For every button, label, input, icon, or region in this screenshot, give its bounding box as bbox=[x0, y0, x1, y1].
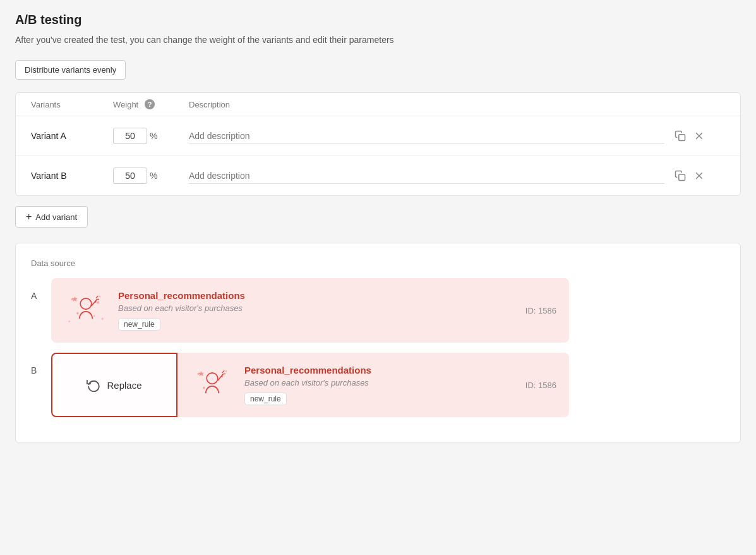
datasource-tag-b: new_rule bbox=[244, 393, 287, 405]
replace-icon bbox=[87, 378, 100, 392]
variant-b-weight-group: % bbox=[113, 168, 189, 184]
variant-a-name: Variant A bbox=[31, 131, 113, 141]
svg-rect-0 bbox=[679, 135, 685, 141]
replace-overlay[interactable]: Replace bbox=[51, 353, 177, 417]
variant-b-delete-button[interactable] bbox=[693, 170, 705, 181]
variant-b-actions bbox=[675, 170, 725, 181]
variant-a-copy-button[interactable] bbox=[675, 130, 686, 142]
datasource-info-a: Personal_recommendations Based on each v… bbox=[118, 290, 515, 331]
datasource-card-a: Personal_recommendations Based on each v… bbox=[51, 278, 569, 343]
svg-point-8 bbox=[102, 317, 104, 320]
variant-b-percent-symbol: % bbox=[150, 171, 157, 181]
variant-b-copy-button[interactable] bbox=[675, 170, 686, 181]
datasource-desc-b: Based on each visitor's purchases bbox=[244, 378, 515, 387]
svg-point-14 bbox=[225, 370, 227, 372]
datasource-desc-a: Based on each visitor's purchases bbox=[118, 303, 515, 313]
table-row: Variant B % bbox=[16, 156, 740, 195]
datasource-info-b: Personal_recommendations Based on each v… bbox=[244, 365, 515, 405]
svg-point-11 bbox=[76, 312, 79, 315]
svg-rect-3 bbox=[679, 174, 685, 181]
table-row: Variant A % bbox=[16, 116, 740, 156]
page-title: A/B testing bbox=[15, 13, 741, 27]
variant-a-delete-button[interactable] bbox=[693, 130, 705, 142]
page-subtitle: After you've created the test, you can c… bbox=[15, 35, 741, 45]
variant-a-weight-group: % bbox=[113, 128, 189, 144]
weight-help-icon[interactable]: ? bbox=[145, 99, 155, 109]
variant-b-weight-input[interactable] bbox=[113, 168, 147, 184]
variants-table: Variants Weight ? Description Variant A … bbox=[15, 92, 741, 196]
datasource-row-b: B Replace bbox=[31, 353, 725, 417]
svg-point-16 bbox=[203, 387, 205, 389]
variant-a-weight-input[interactable] bbox=[113, 128, 147, 144]
svg-point-15 bbox=[207, 373, 218, 384]
datasource-id-a: ID: 1586 bbox=[525, 306, 556, 315]
svg-point-10 bbox=[80, 298, 92, 310]
distribute-variants-button[interactable]: Distribute variants evenly bbox=[15, 60, 126, 80]
datasource-label: Data source bbox=[31, 259, 725, 268]
header-weight: Weight ? bbox=[113, 99, 189, 109]
svg-point-7 bbox=[99, 296, 101, 298]
datasource-card-b: Replace Personal_recommendat bbox=[51, 353, 569, 417]
variant-b-description-input[interactable] bbox=[189, 168, 664, 184]
table-header: Variants Weight ? Description bbox=[16, 93, 740, 116]
variant-a-description-input[interactable] bbox=[189, 128, 664, 144]
add-variant-button[interactable]: + Add variant bbox=[15, 206, 88, 228]
svg-point-12 bbox=[93, 315, 95, 317]
variant-a-actions bbox=[675, 130, 725, 142]
datasource-id-b: ID: 1586 bbox=[525, 381, 556, 390]
replace-label: Replace bbox=[107, 380, 141, 391]
main-page: A/B testing After you've created the tes… bbox=[0, 0, 756, 555]
header-variants: Variants bbox=[31, 100, 113, 109]
datasource-row-a: A bbox=[31, 278, 725, 343]
add-variant-label: Add variant bbox=[35, 212, 77, 222]
datasource-tag-a: new_rule bbox=[118, 318, 160, 331]
datasource-letter-b: B bbox=[31, 353, 44, 375]
plus-icon: + bbox=[26, 212, 32, 222]
variant-a-percent-symbol: % bbox=[150, 131, 157, 141]
variant-b-name: Variant B bbox=[31, 171, 113, 181]
datasource-section: Data source A bbox=[15, 243, 741, 443]
datasource-letter-a: A bbox=[31, 278, 44, 301]
header-description: Description bbox=[189, 100, 725, 109]
datasource-name-a: Personal_recommendations bbox=[118, 290, 515, 301]
datasource-icon-a bbox=[64, 288, 108, 332]
datasource-name-b: Personal_recommendations bbox=[244, 365, 515, 375]
svg-point-9 bbox=[68, 320, 70, 322]
datasource-icon-b bbox=[190, 363, 234, 407]
